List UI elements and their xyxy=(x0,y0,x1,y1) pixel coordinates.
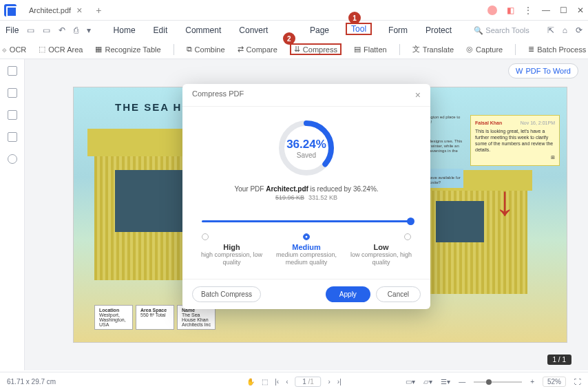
last-page-icon[interactable]: ›| xyxy=(337,378,342,385)
radio-medium[interactable] xyxy=(303,233,310,240)
zoom-in-icon[interactable]: + xyxy=(530,378,534,385)
tool-ocr[interactable]: ⟐OCR xyxy=(2,45,26,54)
tool-capture[interactable]: ◎Capture xyxy=(466,45,503,54)
hand-tool-icon[interactable]: ✋ xyxy=(246,378,255,385)
opt-medium[interactable]: Mediummedium compression, medium quality xyxy=(270,243,344,266)
attachment-icon[interactable] xyxy=(8,132,17,142)
badge-1: 1 xyxy=(348,12,361,24)
open-icon[interactable]: ▭ xyxy=(43,25,50,35)
thumbnails-icon[interactable] xyxy=(8,66,17,76)
reduce-summary: Your PDF Architect.pdf is reduced by 36.… xyxy=(234,185,378,193)
radio-low[interactable] xyxy=(404,233,411,240)
layout-mode-icon[interactable]: ☰▾ xyxy=(441,378,450,385)
zoom-value[interactable]: 52% xyxy=(543,377,566,387)
new-tab-button[interactable]: + xyxy=(96,5,101,16)
menu-protect[interactable]: Protect xyxy=(424,24,453,36)
toolbar: ⟐OCR ⬚OCR Area ▦Recognize Table ⧉Combine… xyxy=(0,40,588,59)
batch-compress-button[interactable]: Batch Compress xyxy=(192,286,261,302)
select-tool-icon[interactable]: ⬚ xyxy=(262,378,268,385)
undo-icon[interactable]: ↶ xyxy=(59,25,65,35)
tool-combine[interactable]: ⧉Combine xyxy=(187,45,225,54)
tool-flatten[interactable]: ▤Flatten xyxy=(354,45,387,54)
notification-icon[interactable]: ◧ xyxy=(507,6,514,15)
progress-ring: 36.24% Saved xyxy=(276,118,337,178)
save-icon[interactable]: ▭ xyxy=(27,25,34,35)
size-comparison: 519.96 KB331.52 KB xyxy=(275,194,337,201)
close-tab-icon[interactable]: × xyxy=(76,5,82,16)
left-sidebar xyxy=(0,59,25,370)
statusbar: 61.71 x 29.7 cm ✋ ⬚ |‹ ‹ 1 /1 › ›| ▭▾ ▱▾… xyxy=(0,372,588,391)
titlebar: Architect.pdf × + ◧ ⋮ — ☐ ✕ xyxy=(0,0,588,21)
comment-panel-icon[interactable] xyxy=(8,110,17,120)
apply-button[interactable]: Apply xyxy=(326,286,370,302)
compress-dialog: Compress PDF × 36.24% Saved Your PDF Arc… xyxy=(182,84,430,309)
page-dimensions: 61.71 x 29.7 cm xyxy=(7,378,56,385)
tool-ocr-area[interactable]: ⬚OCR Area xyxy=(39,45,83,54)
compression-slider[interactable] xyxy=(202,220,411,222)
zoom-out-icon[interactable]: — xyxy=(459,378,465,385)
search-tools[interactable]: 🔍 Search Tools xyxy=(474,26,529,35)
tool-recognize[interactable]: ▦Recognize Table xyxy=(95,45,160,54)
modal-overlay: Compress PDF × 36.24% Saved Your PDF Arc… xyxy=(25,59,588,370)
zoom-slider[interactable] xyxy=(474,381,522,383)
opt-high[interactable]: Highhigh compression, low quality xyxy=(195,243,269,266)
tab-filename: Architect.pdf xyxy=(29,6,71,14)
search-panel-icon[interactable] xyxy=(8,154,17,164)
menu-tool[interactable]: Tool xyxy=(346,23,372,35)
fullscreen-icon[interactable]: ⛶ xyxy=(574,378,581,385)
tool-batch[interactable]: ≣Batch Process xyxy=(528,45,586,54)
bookmark-icon[interactable] xyxy=(8,88,17,98)
page-input[interactable]: 1 /1 xyxy=(295,377,322,387)
maximize-icon[interactable]: ☐ xyxy=(560,6,567,15)
dialog-title: Compress PDF xyxy=(192,89,244,101)
radio-high[interactable] xyxy=(202,233,209,240)
menu-home[interactable]: Home xyxy=(112,24,137,36)
menu-convert[interactable]: Convert xyxy=(238,24,269,36)
menu-form[interactable]: Form xyxy=(387,24,409,36)
tool-compare[interactable]: ⇄Compare xyxy=(238,45,277,54)
tool-translate[interactable]: 文Translate xyxy=(412,44,454,54)
progress-saved-label: Saved xyxy=(297,151,316,159)
dialog-close-icon[interactable]: × xyxy=(415,89,421,101)
progress-percent: 36.24% xyxy=(286,138,326,151)
menu-comment[interactable]: Comment xyxy=(184,24,222,36)
menu-edit[interactable]: Edit xyxy=(152,24,169,36)
next-page-icon[interactable]: › xyxy=(328,378,330,385)
cloud-icon[interactable]: ⌂ xyxy=(563,25,567,35)
print-icon[interactable]: ⎙ xyxy=(74,25,78,35)
share-icon[interactable]: ⇱ xyxy=(547,25,554,35)
app-icon xyxy=(4,4,17,17)
file-menu[interactable]: File xyxy=(6,25,19,35)
minimize-icon[interactable]: — xyxy=(542,6,550,15)
first-page-icon[interactable]: |‹ xyxy=(275,378,279,385)
document-tab[interactable]: Architect.pdf × xyxy=(22,5,89,16)
menu-page[interactable]: Page xyxy=(308,24,330,36)
close-window-icon[interactable]: ✕ xyxy=(577,6,584,15)
prev-page-icon[interactable]: ‹ xyxy=(286,378,288,385)
badge-2: 2 xyxy=(283,32,295,45)
refresh-icon[interactable]: ⟳ xyxy=(576,25,582,35)
cancel-button[interactable]: Cancel xyxy=(376,286,421,302)
tool-compress[interactable]: ⇊Compress xyxy=(290,43,342,55)
opt-low[interactable]: Lowlow compression, high quality xyxy=(344,243,418,266)
document-canvas[interactable]: WPDF To Word THE SEA HOUS off-grid retre… xyxy=(25,59,588,370)
fit-mode-icon[interactable]: ▭▾ xyxy=(406,378,415,385)
view-mode-icon[interactable]: ▱▾ xyxy=(423,378,432,385)
more-icon[interactable]: ⋮ xyxy=(524,6,532,15)
dropdown-icon[interactable]: ▾ xyxy=(87,25,91,35)
avatar-icon[interactable] xyxy=(487,6,497,15)
